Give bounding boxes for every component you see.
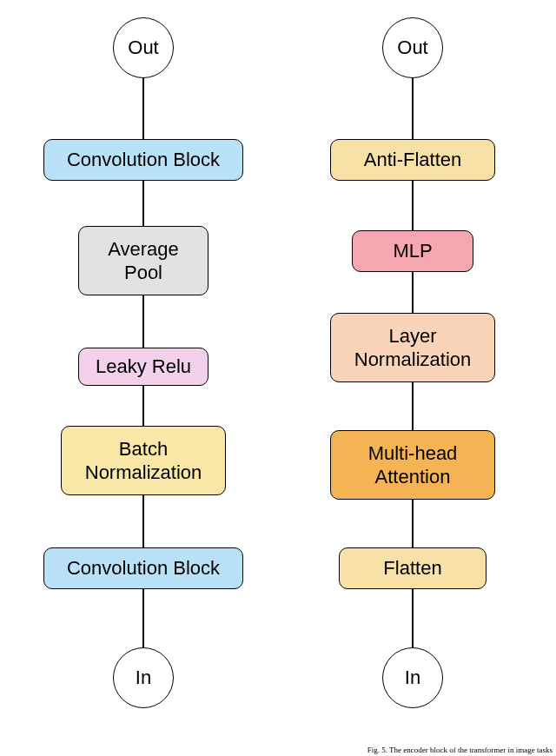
- left-block-avgpool: Average Pool: [78, 226, 208, 295]
- left-column: Out Convolution Block Average Pool Leaky…: [9, 9, 278, 730]
- left-block-conv1: Convolution Block: [43, 139, 243, 181]
- right-block-flatten-label: Flatten: [383, 556, 441, 580]
- right-block-mha-label: Multi-head Attention: [368, 441, 458, 489]
- figure-caption: Fig. 5. The encoder block of the transfo…: [367, 746, 553, 754]
- diagram-columns: Out Convolution Block Average Pool Leaky…: [0, 0, 556, 756]
- left-block-batchnorm-label: Batch Normalization: [85, 437, 202, 485]
- left-block-conv1-label: Convolution Block: [67, 148, 220, 172]
- left-block-batchnorm: Batch Normalization: [61, 426, 226, 495]
- right-block-layernorm: Layer Normalization: [330, 313, 495, 382]
- left-block-leakyrelu-label: Leaky Relu: [96, 355, 191, 379]
- left-block-conv2-label: Convolution Block: [67, 556, 220, 580]
- right-out-label: Out: [397, 36, 427, 59]
- left-out-label: Out: [128, 36, 158, 59]
- right-block-mlp-label: MLP: [393, 239, 432, 263]
- right-block-mha: Multi-head Attention: [330, 430, 495, 500]
- left-in-node: In: [113, 647, 174, 708]
- right-in-node: In: [382, 647, 443, 708]
- right-block-mlp: MLP: [352, 230, 473, 272]
- right-block-flatten: Flatten: [339, 547, 486, 589]
- left-in-label: In: [136, 666, 151, 689]
- right-block-layernorm-label: Layer Normalization: [354, 324, 472, 372]
- left-out-node: Out: [113, 17, 174, 78]
- left-block-conv2: Convolution Block: [43, 547, 243, 589]
- right-block-antiflatten-label: Anti-Flatten: [364, 148, 462, 172]
- right-block-antiflatten: Anti-Flatten: [330, 139, 495, 181]
- left-block-avgpool-label: Average Pool: [108, 237, 179, 285]
- right-out-node: Out: [382, 17, 443, 78]
- right-in-label: In: [405, 666, 420, 689]
- right-column: Out Anti-Flatten MLP Layer Normalization…: [278, 9, 547, 730]
- left-block-leakyrelu: Leaky Relu: [78, 348, 208, 386]
